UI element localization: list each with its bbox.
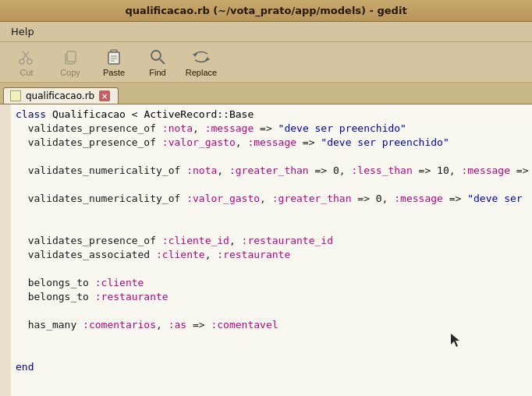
svg-point-2 xyxy=(20,59,24,64)
svg-marker-13 xyxy=(205,57,210,60)
svg-marker-14 xyxy=(193,54,197,57)
copy-button[interactable]: Copy xyxy=(50,45,90,80)
find-label: Find xyxy=(149,68,165,77)
replace-button[interactable]: Replace xyxy=(181,45,222,80)
svg-point-3 xyxy=(27,59,32,64)
paste-icon xyxy=(105,48,123,66)
file-tab[interactable]: qualificacao.rb × xyxy=(3,87,119,104)
svg-line-12 xyxy=(160,59,165,64)
tab-close-button[interactable]: × xyxy=(99,90,110,101)
toolbar: Cut Copy Paste Fi xyxy=(0,42,532,83)
editor-gutter xyxy=(0,104,11,396)
paste-button[interactable]: Paste xyxy=(94,45,134,80)
title-bar: qualificacao.rb (~/vota_prato/app/models… xyxy=(0,0,532,22)
replace-icon xyxy=(192,48,211,66)
cut-label: Cut xyxy=(20,68,33,77)
replace-label: Replace xyxy=(186,68,217,77)
menu-help[interactable]: Help xyxy=(5,24,41,39)
find-button[interactable]: Find xyxy=(137,45,178,80)
editor[interactable]: class Qualificacao < ActiveRecord::Base … xyxy=(0,104,532,396)
cut-button[interactable]: Cut xyxy=(6,45,47,80)
paste-label: Paste xyxy=(103,68,125,77)
find-icon xyxy=(148,48,167,66)
tab-filename: qualificacao.rb xyxy=(26,90,94,101)
file-icon xyxy=(10,90,21,101)
svg-point-11 xyxy=(151,51,161,60)
tab-bar: qualificacao.rb × xyxy=(0,83,532,104)
copy-label: Copy xyxy=(60,68,80,77)
window-title: qualificacao.rb (~/vota_prato/app/models… xyxy=(125,5,406,16)
code-content[interactable]: class Qualificacao < ActiveRecord::Base … xyxy=(11,104,532,377)
copy-icon xyxy=(61,48,80,66)
menu-bar: Help xyxy=(0,22,532,42)
svg-rect-5 xyxy=(67,51,76,62)
cut-icon xyxy=(17,48,36,66)
